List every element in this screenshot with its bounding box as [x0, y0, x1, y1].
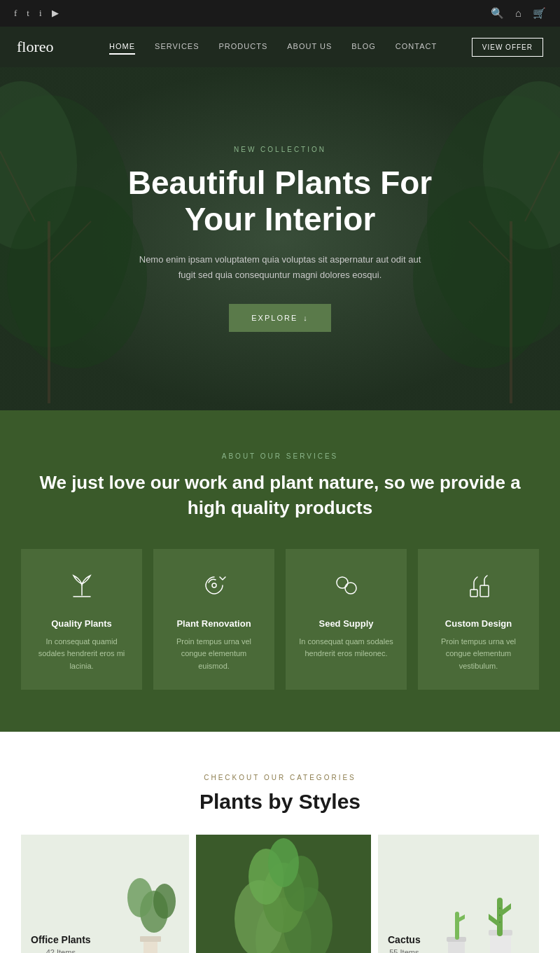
hero-title: Beautiful Plants For Your Interior — [91, 165, 469, 239]
office-plants-count: 42 Items — [46, 948, 76, 953]
arrow-down-icon: ↓ — [303, 314, 309, 322]
youtube-icon[interactable]: ▶ — [52, 8, 59, 19]
plant-card-cactus[interactable]: Cactus 55 Items — [378, 835, 539, 953]
plant-grid: Office Plants 42 Items — [21, 835, 539, 953]
nav-home[interactable]: HOME — [109, 39, 135, 55]
services-title: We just love our work and plant nature, … — [21, 470, 539, 521]
svg-point-13 — [337, 577, 348, 588]
service-title-seed: Seed Supply — [298, 618, 394, 629]
svg-point-14 — [345, 583, 356, 594]
svg-point-18 — [127, 878, 153, 917]
hero-section: NEW COLLECTION Beautiful Plants For Your… — [0, 67, 560, 410]
service-title-design: Custom Design — [430, 618, 526, 629]
svg-rect-37 — [455, 912, 459, 940]
plant-card-left-col: Office Plants 42 Items — [21, 835, 189, 953]
nav-blog[interactable]: BLOG — [351, 39, 376, 55]
hero-description: Nemo enim ipsam voluptatem quia voluptas… — [133, 252, 427, 283]
service-card-seed: Seed Supply In consequat quam sodales he… — [286, 549, 407, 690]
services-section: ABOUT OUR SERVICES We just love our work… — [0, 410, 560, 732]
twitter-icon[interactable]: t — [27, 8, 29, 19]
svg-point-33 — [499, 914, 500, 916]
custom-design-icon — [430, 570, 526, 607]
explore-button[interactable]: EXPLORE ↓ — [229, 304, 330, 332]
search-icon[interactable]: 🔍 — [491, 7, 504, 20]
nav-products[interactable]: PRODUCTS — [219, 39, 268, 55]
categories-title: Plants by Styles — [21, 790, 539, 814]
top-right-icons: 🔍 ⌂ 🛒 — [491, 7, 546, 20]
svg-point-34 — [499, 921, 500, 923]
service-title-quality: Quality Plants — [34, 618, 130, 629]
services-grid: Quality Plants In consequat quamid sodal… — [21, 549, 539, 690]
nav-links: HOME SERVICES PRODUCTS ABOUT US BLOG CON… — [75, 39, 472, 55]
cactus-label: Cactus 55 Items — [388, 934, 421, 953]
plant-card-office[interactable]: Office Plants 42 Items — [21, 835, 189, 953]
logo[interactable]: floreo — [17, 38, 54, 56]
plant-card-center[interactable] — [196, 835, 371, 953]
office-plants-label: Office Plants 42 Items — [31, 934, 91, 953]
plant-renovation-icon — [166, 570, 262, 607]
svg-rect-15 — [470, 590, 477, 597]
navbar: floreo HOME SERVICES PRODUCTS ABOUT US B… — [0, 27, 560, 67]
quality-plants-icon — [34, 570, 130, 607]
top-bar: f t i ▶ 🔍 ⌂ 🛒 — [0, 0, 560, 27]
nav-services[interactable]: SERVICES — [155, 39, 199, 55]
service-desc-seed: In consequat quam sodales hendrerit eros… — [298, 636, 394, 660]
service-title-renovation: Plant Renovation — [166, 618, 262, 629]
svg-rect-21 — [140, 936, 161, 942]
hero-subtitle: NEW COLLECTION — [91, 146, 469, 153]
svg-point-19 — [153, 884, 176, 919]
service-desc-design: Proin tempus urna vel congue elementum v… — [430, 636, 526, 673]
instagram-icon[interactable]: i — [39, 8, 42, 19]
service-card-renovation: Plant Renovation Proin tempus urna vel c… — [153, 549, 274, 690]
service-desc-renovation: Proin tempus urna vel congue elementum e… — [166, 636, 262, 673]
social-icons: f t i ▶ — [14, 8, 59, 19]
facebook-icon[interactable]: f — [14, 8, 17, 19]
service-card-design: Custom Design Proin tempus urna vel cong… — [418, 549, 539, 690]
view-offer-button[interactable]: VIEW OFFER — [472, 38, 543, 57]
categories-section: CHECKOUT OUR CATEGORIES Plants by Styles… — [0, 732, 560, 953]
cart-icon[interactable]: 🛒 — [533, 7, 546, 20]
services-tag: ABOUT OUR SERVICES — [21, 452, 539, 460]
categories-tag: CHECKOUT OUR CATEGORIES — [21, 774, 539, 781]
svg-point-12 — [212, 583, 216, 587]
office-plants-name: Office Plants — [31, 934, 91, 945]
cactus-name: Cactus — [388, 934, 421, 945]
hero-content: NEW COLLECTION Beautiful Plants For Your… — [77, 132, 483, 347]
plant-card-right-col: Cactus 55 Items — [378, 835, 539, 953]
nav-contact[interactable]: CONTACT — [396, 39, 437, 55]
svg-point-32 — [499, 907, 500, 909]
cactus-count: 55 Items — [389, 948, 419, 953]
seed-supply-icon — [298, 570, 394, 607]
service-desc-quality: In consequat quamid sodales hendrerit er… — [34, 636, 130, 673]
nav-about[interactable]: ABOUT US — [287, 39, 332, 55]
home-icon[interactable]: ⌂ — [515, 8, 522, 20]
svg-point-28 — [268, 838, 299, 887]
svg-rect-16 — [480, 585, 489, 597]
service-card-quality: Quality Plants In consequat quamid sodal… — [21, 549, 142, 690]
